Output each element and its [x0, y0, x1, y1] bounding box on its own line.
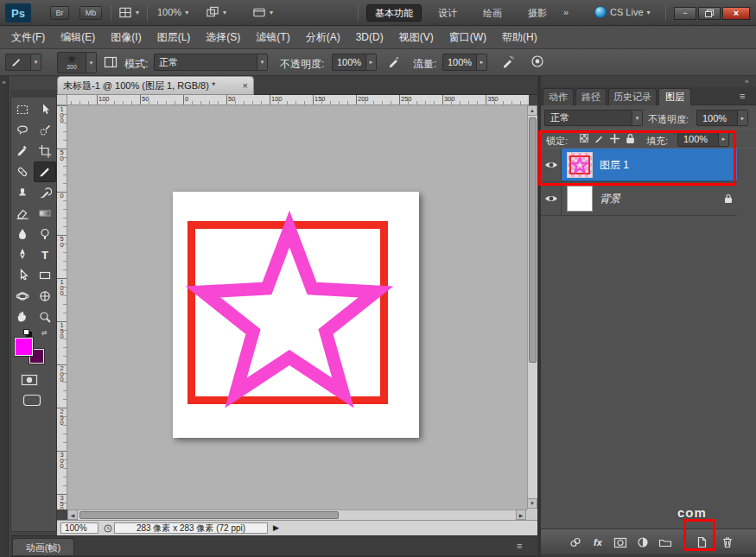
shape-tool[interactable] — [34, 265, 56, 286]
animation-tab[interactable]: 动画(帧) — [12, 538, 74, 556]
layer-name[interactable]: 背景 — [600, 182, 620, 215]
link-layers-button[interactable] — [567, 535, 584, 550]
airbrush-toggle-button[interactable] — [501, 54, 515, 71]
3d-camera-tool[interactable] — [34, 286, 56, 307]
blur-tool[interactable] — [11, 224, 34, 244]
tablet-size-button[interactable] — [530, 54, 544, 71]
eraser-tool[interactable] — [11, 203, 34, 224]
ruler-vertical[interactable]: 1 0 05 005 01 0 01 5 02 0 02 5 03 0 03 5… — [57, 105, 67, 510]
horizontal-scrollbar[interactable]: ◀ ▶ — [67, 510, 527, 520]
menu-image[interactable]: 图像(I) — [103, 26, 149, 48]
workspace-tab-photography[interactable]: 摄影 — [520, 4, 555, 22]
history-brush-tool[interactable] — [34, 182, 56, 203]
menu-help[interactable]: 帮助(H) — [494, 26, 545, 48]
default-colors-icon[interactable] — [23, 329, 29, 335]
tablet-opacity-button[interactable] — [387, 54, 401, 71]
window-restore-button[interactable] — [698, 7, 721, 20]
type-tool[interactable]: T — [34, 244, 56, 265]
scroll-left-icon[interactable]: ◀ — [67, 510, 78, 520]
zoom-level-dropdown[interactable]: 100% ▾ — [157, 7, 188, 17]
healing-brush-tool[interactable] — [11, 161, 34, 182]
toolbox-header[interactable] — [10, 90, 57, 98]
swap-colors-icon[interactable]: ⇄ — [41, 329, 48, 337]
menu-filter[interactable]: 滤镜(T) — [248, 26, 297, 48]
menu-window[interactable]: 窗口(W) — [442, 26, 494, 48]
rect-marquee-tool[interactable] — [11, 99, 34, 120]
tab-layers[interactable]: 图层 — [658, 88, 691, 105]
layers-panel-menu-icon[interactable]: ≡ — [740, 91, 745, 101]
window-close-button[interactable]: × — [722, 7, 750, 20]
status-menu-arrow-icon[interactable]: ▶ — [273, 523, 279, 532]
new-group-button[interactable] — [657, 535, 674, 550]
menu-analysis[interactable]: 分析(A) — [298, 26, 348, 48]
mini-bridge-button[interactable]: Mb — [79, 6, 102, 20]
layer-thumbnail[interactable] — [567, 186, 593, 212]
cs-live-button[interactable]: CS Live ▾ — [594, 6, 651, 18]
foreground-color-swatch[interactable] — [15, 338, 33, 356]
delete-layer-button[interactable] — [719, 535, 736, 550]
move-tool[interactable] — [34, 99, 56, 120]
brush-tool[interactable] — [34, 161, 56, 182]
toggle-brush-panel-button[interactable] — [104, 55, 118, 72]
path-selection-tool[interactable] — [11, 265, 34, 286]
quick-mask-button[interactable] — [21, 373, 38, 389]
status-zoom-input[interactable]: 100% — [60, 522, 98, 534]
crop-tool[interactable] — [34, 141, 56, 161]
flow-input[interactable]: 100% ▸ — [442, 54, 487, 71]
tab-history[interactable]: 历史记录 — [608, 88, 657, 105]
vertical-scroll-thumb[interactable] — [529, 117, 537, 363]
opacity-input[interactable]: 100% ▸ — [332, 54, 377, 71]
scroll-up-icon[interactable]: ▲ — [527, 105, 537, 116]
workspace-overflow-button[interactable]: » — [563, 7, 569, 17]
adjustment-layer-button[interactable] — [634, 535, 651, 550]
ruler-corner[interactable] — [57, 95, 67, 105]
document-tab[interactable]: 未标题-1 @ 100% (图层 1, RGB/8) * × — [57, 76, 254, 95]
menu-view[interactable]: 视图(V) — [391, 26, 442, 48]
window-minimize-button[interactable]: − — [674, 7, 696, 20]
animation-panel-menu-icon[interactable]: ≡ — [517, 541, 522, 551]
ruler-horizontal[interactable]: 10050050100150200250300350 — [67, 95, 529, 105]
screen-mode-toggle-button[interactable] — [22, 393, 41, 410]
layer-blend-mode-select[interactable]: 正常 ▾ — [544, 110, 643, 126]
menu-layer[interactable]: 图层(L) — [149, 26, 199, 48]
vertical-scrollbar[interactable]: ▲ ▼ — [527, 105, 537, 510]
clone-stamp-tool[interactable] — [11, 182, 34, 203]
menu-3d[interactable]: 3D(D) — [348, 26, 391, 48]
canvas-area[interactable] — [67, 105, 527, 510]
document-canvas[interactable] — [173, 192, 419, 438]
quick-selection-tool[interactable] — [34, 120, 56, 141]
3d-rotate-tool[interactable] — [11, 286, 34, 307]
horizontal-scroll-thumb[interactable] — [79, 511, 339, 519]
dock-collapse-icon[interactable]: » — [745, 78, 748, 85]
layout-picker-button[interactable]: ▾ — [118, 6, 139, 19]
menu-edit[interactable]: 编辑(E) — [53, 26, 103, 48]
zoom-tool[interactable] — [34, 307, 56, 327]
layer-style-button[interactable]: fx — [589, 535, 607, 550]
tool-preset-picker[interactable]: ▾ — [5, 54, 41, 71]
view-extras-button[interactable]: ▾ — [206, 6, 226, 19]
dodge-tool[interactable] — [34, 224, 56, 244]
brush-picker[interactable]: 200 ▾ — [57, 52, 97, 73]
add-layer-mask-button[interactable] — [612, 535, 629, 550]
workspace-tab-design[interactable]: 设计 — [430, 4, 465, 22]
layer-visibility-toggle[interactable] — [541, 182, 562, 215]
pen-tool[interactable] — [11, 244, 34, 265]
left-dock-collapse-strip[interactable]: « — [0, 76, 9, 557]
layer-opacity-input[interactable]: 100% ▸ — [696, 110, 748, 126]
menu-file[interactable]: 文件(F) — [3, 26, 53, 48]
blend-mode-select[interactable]: 正常 ▾ — [154, 54, 268, 71]
workspace-tab-essentials[interactable]: 基本功能 — [366, 4, 422, 22]
workspace-tab-painting[interactable]: 绘画 — [475, 4, 510, 22]
gradient-tool[interactable] — [34, 203, 56, 224]
layer-row-background[interactable]: 背景 — [541, 182, 737, 216]
lasso-tool[interactable] — [11, 120, 34, 141]
bridge-button[interactable]: Br — [50, 6, 69, 20]
scroll-right-icon[interactable]: ▶ — [516, 510, 526, 520]
screen-mode-button[interactable]: ▾ — [252, 6, 273, 19]
eyedropper-tool[interactable] — [11, 141, 34, 161]
tab-paths[interactable]: 路径 — [575, 88, 607, 105]
hand-tool[interactable] — [11, 307, 34, 327]
menu-select[interactable]: 选择(S) — [198, 26, 248, 48]
tab-actions[interactable]: 动作 — [543, 88, 574, 105]
document-tab-close-icon[interactable]: × — [243, 80, 248, 91]
